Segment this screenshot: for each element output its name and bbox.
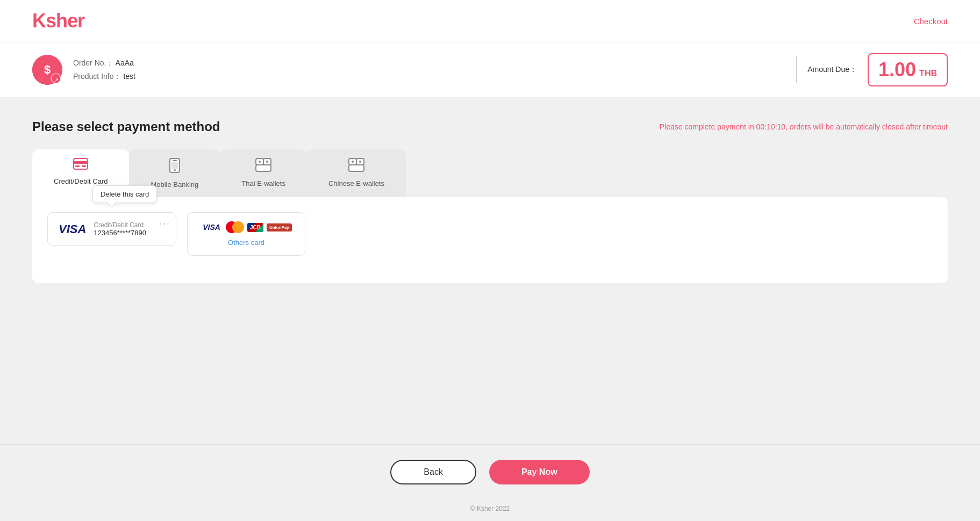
- jcb-icon: JCB: [247, 223, 263, 232]
- amount-due-label: Amount Due：: [807, 65, 857, 75]
- tab-chinese-ewallets[interactable]: Chinese E-wallets: [307, 149, 406, 197]
- svg-rect-14: [256, 165, 271, 171]
- credit-card-icon: [73, 158, 88, 173]
- footer-buttons: Back Pay Now: [0, 444, 980, 500]
- svg-text:↗: ↗: [54, 77, 59, 83]
- tab-thai-label: Thai E-wallets: [241, 179, 285, 187]
- tab-thai-ewallets[interactable]: Thai E-wallets: [220, 149, 307, 197]
- saved-card-wrapper: Delete this card ··· VISA Credit/Debit C…: [47, 212, 176, 246]
- tab-credit-label: Credit/Debit Card: [54, 177, 108, 185]
- logo: Ksher: [32, 10, 84, 32]
- svg-point-15: [259, 161, 261, 163]
- card-info: Credit/Debit Card 123456*****7890: [94, 221, 146, 237]
- svg-rect-7: [82, 165, 86, 167]
- others-card-link[interactable]: Others card: [228, 238, 264, 247]
- pay-now-button[interactable]: Pay Now: [489, 460, 590, 484]
- back-button[interactable]: Back: [390, 460, 476, 484]
- order-no-value: AaAa: [116, 59, 134, 67]
- card-logos: VISA JCB UnionPay: [201, 221, 292, 233]
- chinese-ewallet-icon: [348, 158, 364, 175]
- payment-content-area: Delete this card ··· VISA Credit/Debit C…: [32, 197, 948, 283]
- others-card-box[interactable]: VISA JCB UnionPay Others card: [187, 212, 305, 256]
- visa-logo: VISA: [59, 222, 86, 236]
- delete-tooltip[interactable]: Delete this card: [92, 185, 157, 203]
- tab-chinese-label: Chinese E-wallets: [328, 179, 384, 187]
- timer-text: Please complete payment in 00:10:10, ord…: [660, 122, 948, 131]
- mobile-banking-icon: [169, 158, 181, 176]
- product-label: Product Info：: [73, 72, 121, 81]
- svg-rect-19: [349, 165, 364, 171]
- svg-rect-6: [75, 165, 80, 167]
- order-right: Amount Due： 1.00 THB: [796, 53, 948, 86]
- order-icon: $ ↗: [32, 55, 62, 85]
- product-value: test: [123, 72, 135, 81]
- divider: [796, 56, 797, 83]
- svg-point-20: [352, 161, 354, 163]
- card-number: 123456*****7890: [94, 229, 146, 237]
- visa-icon: VISA: [201, 222, 223, 233]
- svg-rect-9: [173, 160, 177, 161]
- tab-mobile-label: Mobile Banking: [151, 180, 198, 189]
- card-type-label: Credit/Debit Card: [94, 221, 146, 229]
- amount-box: 1.00 THB: [868, 53, 948, 86]
- svg-rect-5: [74, 161, 88, 164]
- unionpay-icon: UnionPay: [267, 223, 292, 231]
- svg-text:$: $: [44, 63, 51, 76]
- svg-point-16: [266, 161, 268, 163]
- checkout-link[interactable]: Checkout: [914, 17, 948, 26]
- svg-point-10: [174, 169, 176, 171]
- order-details: Order No.： AaAa Product Info： test: [73, 56, 135, 83]
- order-no-row: Order No.： AaAa: [73, 56, 135, 70]
- svg-point-21: [359, 161, 361, 163]
- product-row: Product Info： test: [73, 70, 135, 83]
- order-info: $ ↗ Order No.： AaAa Product Info： test: [32, 55, 135, 85]
- main-content: Please select payment method Please comp…: [0, 98, 980, 444]
- payment-tabs: Credit/Debit Card Mobile Banking: [32, 149, 948, 197]
- svg-rect-11: [171, 162, 178, 169]
- card-more-button[interactable]: ···: [159, 218, 170, 229]
- amount-value: 1.00: [878, 59, 916, 81]
- amount-currency: THB: [919, 69, 937, 78]
- header: Ksher Checkout: [0, 0, 980, 42]
- order-bar: $ ↗ Order No.： AaAa Product Info： test A…: [0, 42, 980, 98]
- order-no-label: Order No.：: [73, 59, 113, 67]
- section-title: Please select payment method: [32, 119, 220, 134]
- section-header: Please select payment method Please comp…: [32, 119, 948, 134]
- thai-ewallet-icon: [255, 158, 271, 175]
- footer-copyright: © Ksher 2022: [0, 500, 980, 521]
- mastercard-icon: [226, 221, 244, 233]
- saved-card[interactable]: ··· VISA Credit/Debit Card 123456*****78…: [47, 212, 176, 246]
